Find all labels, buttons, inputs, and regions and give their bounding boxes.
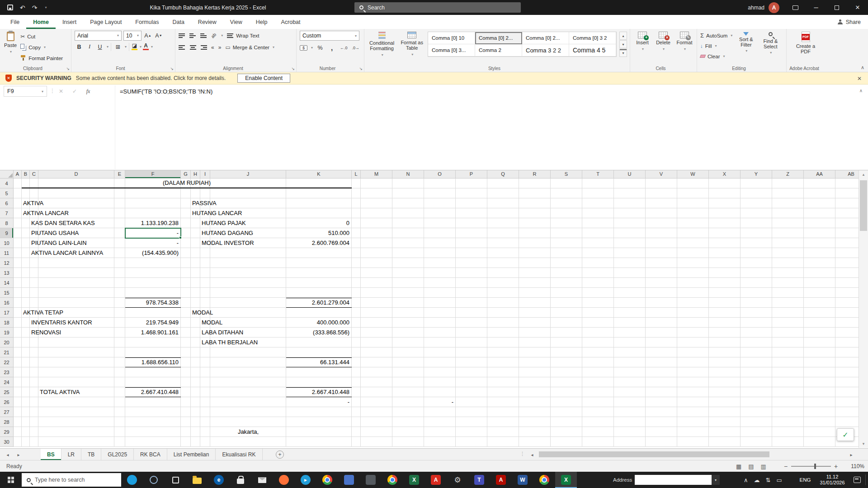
column-header-M[interactable]: M [361, 170, 392, 178]
normal-view-icon[interactable]: ▦ [736, 463, 741, 470]
row-header-7[interactable]: 7 [0, 208, 14, 218]
cell-J29[interactable]: Jakarta, [210, 427, 286, 437]
row-header-5[interactable]: 5 [0, 188, 14, 198]
cell-style-option[interactable]: Comma [0] 3... [428, 44, 475, 56]
cell-I10[interactable]: MODAL INVESTOR [202, 238, 254, 248]
paste-dropdown-icon[interactable]: ▾ [10, 49, 12, 55]
cell-F18[interactable]: 219.754.949 [125, 318, 181, 328]
taskbar-clock[interactable]: 11.12 31/01/2026 [815, 472, 850, 488]
column-header-I[interactable]: I [200, 170, 210, 178]
scroll-down-icon[interactable]: ▾ [859, 440, 868, 448]
row-header-19[interactable]: 19 [0, 328, 14, 338]
sheet-prev-icon[interactable]: ◂ [3, 449, 13, 460]
cell-C9[interactable]: PIUTANG USAHA [31, 228, 79, 238]
format-as-table-dropdown-icon[interactable]: ▾ [411, 52, 413, 57]
ribbon-tab-acrobat[interactable]: Acrobat [274, 15, 307, 29]
cell-F19[interactable]: 1.468.901.161 [125, 328, 181, 338]
delete-cells-button[interactable]: × Delete ▾ [654, 31, 672, 53]
cell-F11[interactable]: (154.435.900) [125, 248, 181, 258]
cell-style-option[interactable]: Comma [0] 10 [428, 32, 475, 44]
file-explorer-taskbar-button[interactable] [186, 472, 208, 488]
cell-style-option[interactable]: Comma [0] 2... [475, 32, 522, 44]
accounting-format-button[interactable]: $ [300, 45, 307, 51]
cell-K18[interactable]: 400.000.000 [286, 318, 352, 328]
edge-taskbar-button[interactable]: e [208, 472, 230, 488]
undo-icon[interactable]: ↶ [20, 4, 25, 11]
address-input[interactable] [635, 475, 712, 485]
column-header-X[interactable]: X [709, 170, 741, 178]
assistant-taskbar-button[interactable] [143, 472, 165, 488]
cell-I18[interactable]: MODAL [202, 318, 222, 328]
ribbon-display-options-button[interactable] [785, 0, 806, 15]
hscroll-right-icon[interactable]: ▸ [847, 449, 856, 460]
minimize-button[interactable]: ─ [806, 0, 826, 15]
row-header-15[interactable]: 15 [0, 288, 14, 298]
column-header-AB[interactable]: AB [835, 170, 859, 178]
borders-button[interactable]: ⊞ [113, 42, 123, 52]
sheet-tab-gl2025[interactable]: GL2025 [101, 449, 134, 460]
hscroll-left-icon[interactable]: ◂ [528, 449, 537, 460]
maximize-button[interactable] [826, 0, 847, 15]
copy-dropdown-icon[interactable]: ▾ [44, 45, 46, 49]
font-color-dropdown-icon[interactable]: ▾ [151, 45, 153, 49]
merge-center-button[interactable]: ▭ Merge & Center ▾ [225, 44, 274, 51]
row-header-17[interactable]: 17 [0, 308, 14, 318]
ribbon-tab-page-layout[interactable]: Page Layout [83, 15, 128, 29]
fill-handle[interactable] [179, 236, 182, 239]
cell-K19[interactable]: (333.868.556) [286, 328, 352, 338]
column-header-W[interactable]: W [677, 170, 709, 178]
cell-I9[interactable]: HUTANG DAGANG [202, 228, 253, 238]
cortana-taskbar-button[interactable] [121, 472, 143, 488]
bold-button[interactable]: B [75, 42, 84, 52]
app-blue-taskbar-button[interactable] [338, 472, 360, 488]
new-sheet-icon[interactable]: + [276, 450, 284, 459]
cell-K25[interactable]: 2.667.410.448 [286, 387, 352, 397]
cell-C18[interactable]: INVENTARIS KANTOR [31, 318, 92, 328]
excel-shortcut-taskbar-button[interactable]: X [403, 472, 425, 488]
cell-F16[interactable]: 978.754.338 [125, 298, 181, 308]
fill-dropdown-icon[interactable]: ▾ [715, 44, 717, 48]
ribbon-tab-home[interactable]: Home [26, 15, 56, 29]
row-header-30[interactable]: 30 [0, 437, 14, 447]
gallery-more-icon[interactable]: ▾ [619, 49, 627, 57]
font-size-combo[interactable]: 10▾ [123, 31, 142, 41]
cell-B6[interactable]: AKTIVA [23, 198, 43, 208]
sheet-tab-lr[interactable]: LR [61, 449, 81, 460]
sheet-tab-list-pembelian[interactable]: List Pembelian [167, 449, 216, 460]
column-header-Y[interactable]: Y [741, 170, 772, 178]
decrease-font-size-button[interactable]: A▼ [154, 31, 163, 40]
insert-dropdown-icon[interactable]: ▾ [642, 47, 644, 52]
gallery-down-icon[interactable]: ▾ [619, 40, 627, 48]
action-center-icon[interactable] [854, 477, 861, 483]
row-header-13[interactable]: 13 [0, 268, 14, 278]
underline-dropdown-icon[interactable]: ▾ [107, 45, 108, 49]
column-header-B[interactable]: B [22, 170, 30, 178]
column-header-R[interactable]: R [519, 170, 551, 178]
clear-dropdown-icon[interactable]: ▾ [723, 54, 725, 58]
row-header-22[interactable]: 22 [0, 357, 14, 367]
borders-dropdown-icon[interactable]: ▾ [125, 45, 127, 49]
fill-color-button[interactable]: ◪ [132, 43, 137, 50]
vertical-scrollbar[interactable]: ▴ ▾ [859, 170, 868, 448]
conditional-formatting-button[interactable]: Conditional Formatting ▾ [368, 31, 396, 59]
number-format-dropdown-icon[interactable]: ▾ [355, 34, 357, 38]
column-header-K[interactable]: K [286, 170, 352, 178]
warning-close-icon[interactable]: ✕ [857, 72, 862, 84]
task-view-taskbar-button[interactable] [165, 472, 186, 488]
row-header-24[interactable]: 24 [0, 377, 14, 387]
paste-button[interactable]: Paste ▾ [3, 31, 18, 56]
cell-B17[interactable]: AKTIVA TETAP [23, 308, 63, 318]
onedrive-icon[interactable]: ☁ [754, 477, 760, 483]
row-header-26[interactable]: 26 [0, 397, 14, 407]
column-header-G[interactable]: G [181, 170, 191, 178]
row-header-8[interactable]: 8 [0, 218, 14, 228]
zoom-level[interactable]: 110% [844, 460, 864, 472]
bottom-align-icon[interactable] [200, 33, 207, 38]
pdf-taskbar-button[interactable]: A [425, 472, 447, 488]
row-header-21[interactable]: 21 [0, 347, 14, 357]
cell-F25[interactable]: 2.667.410.448 [125, 387, 181, 397]
column-header-A[interactable]: A [14, 170, 22, 178]
save-icon[interactable] [7, 5, 13, 10]
cell-D25[interactable]: TOTAL AKTIVA [40, 387, 80, 397]
align-right-icon[interactable] [200, 45, 207, 50]
